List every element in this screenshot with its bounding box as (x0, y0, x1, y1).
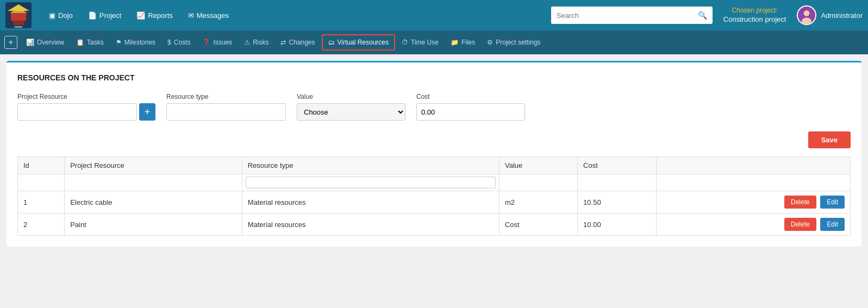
issues-icon: ❓ (202, 39, 210, 46)
resource-type-input[interactable] (166, 103, 286, 121)
project-resource-input-group: + (17, 103, 155, 121)
resource-type-filter-input[interactable] (246, 177, 496, 188)
nav-risks[interactable]: ⚠ Risks (239, 35, 274, 49)
nav-dojo[interactable]: ▣ Dojo (42, 8, 79, 23)
row2-id: 2 (18, 213, 65, 236)
chosen-project: Chosen project: Construction project (723, 6, 786, 25)
cost-label: Cost (416, 93, 525, 100)
project-resource-add-button[interactable]: + (139, 103, 155, 121)
col-id: Id (18, 157, 65, 174)
milestones-icon: ⚑ (116, 39, 122, 46)
nav-changes[interactable]: ⇄ Changes (275, 35, 320, 49)
search-button[interactable]: 🔍 (692, 11, 713, 20)
nav-project-settings[interactable]: ⚙ Project settings (482, 35, 546, 49)
value-select[interactable]: Choose m2 Cost hours (297, 103, 405, 121)
chosen-project-label: Chosen project: (723, 6, 786, 15)
row1-value: m2 (499, 191, 577, 213)
second-navigation: + 📊 Overview 📋 Tasks ⚑ Milestones $ Cost… (0, 30, 868, 54)
row1-cost: 10.50 (578, 191, 657, 213)
project-icon: 📄 (88, 11, 97, 20)
col-resource-type: Resource type (242, 157, 499, 174)
col-project-resource: Project Resource (65, 157, 242, 174)
save-button[interactable]: Save (808, 131, 851, 148)
search-area: 🔍 (551, 7, 713, 24)
reports-icon: 📈 (136, 11, 145, 20)
row2-resource-type: Material resources (242, 213, 499, 236)
value-group: Value Choose m2 Cost hours (297, 93, 405, 121)
main-nav-links: ▣ Dojo 📄 Project 📈 Reports ✉ Messages (42, 8, 546, 23)
dojo-icon: ▣ (49, 11, 55, 20)
nav-milestones[interactable]: ⚑ Milestones (110, 35, 161, 49)
tasks-icon: 📋 (76, 39, 84, 46)
main-content: RESOURCES ON THE PROJECT Project Resourc… (7, 61, 861, 247)
changes-icon: ⇄ (280, 39, 286, 46)
row2-delete-button[interactable]: Delete (784, 218, 816, 231)
top-navigation: KENDO ▣ Dojo 📄 Project 📈 Reports ✉ Messa… (0, 0, 868, 30)
filter-id-cell (18, 174, 65, 191)
avatar (797, 5, 816, 25)
logo: KENDO (5, 2, 32, 28)
row2-edit-button[interactable]: Edit (820, 218, 845, 231)
costs-icon: $ (167, 39, 171, 46)
row1-actions: Delete Edit (656, 191, 850, 213)
nav-tasks[interactable]: 📋 Tasks (71, 35, 109, 49)
row2-value: Cost (499, 213, 577, 236)
resource-form: Project Resource + Resource type Value C… (17, 93, 851, 121)
svg-point-7 (804, 10, 810, 16)
row1-project-resource: Electric cable (65, 191, 242, 213)
filter-resource-type-cell (242, 174, 499, 191)
project-resource-input[interactable] (17, 103, 137, 121)
nav-messages[interactable]: ✉ Messages (182, 8, 235, 23)
user-area: Administrator (797, 5, 863, 25)
col-cost: Cost (578, 157, 657, 174)
filter-actions-cell (656, 174, 850, 191)
user-name: Administrator (821, 11, 863, 20)
risks-icon: ⚠ (244, 39, 250, 46)
row2-project-resource: Paint (65, 213, 242, 236)
project-resource-label: Project Resource (17, 93, 155, 100)
row1-id: 1 (18, 191, 65, 213)
row1-resource-type: Material resources (242, 191, 499, 213)
project-settings-icon: ⚙ (487, 39, 493, 46)
search-input[interactable] (551, 7, 692, 24)
table-filter-row (18, 174, 851, 191)
value-label: Value (297, 93, 405, 100)
nav-time-use[interactable]: ⏱ Time Use (396, 35, 444, 49)
files-icon: 📁 (451, 39, 459, 46)
resource-type-label: Resource type (166, 93, 286, 100)
table-header-row: Id Project Resource Resource type Value … (18, 157, 851, 174)
resource-type-group: Resource type (166, 93, 286, 121)
time-use-icon: ⏱ (402, 39, 408, 46)
nav-virtual-resources[interactable]: 🗂 Virtual Resources (322, 34, 396, 51)
table-row: 1 Electric cable Material resources m2 1… (18, 191, 851, 213)
nav-issues[interactable]: ❓ Issues (197, 35, 238, 49)
nav-costs[interactable]: $ Costs (162, 35, 196, 49)
resources-table: Id Project Resource Resource type Value … (17, 156, 851, 236)
svg-text:KENDO: KENDO (15, 26, 22, 28)
messages-icon: ✉ (188, 11, 194, 20)
filter-value-cell (499, 174, 577, 191)
svg-rect-3 (11, 13, 26, 21)
row1-edit-button[interactable]: Edit (820, 196, 845, 209)
nav-project[interactable]: 📄 Project (82, 8, 128, 23)
col-actions (656, 157, 850, 174)
col-value: Value (499, 157, 577, 174)
cost-input[interactable] (416, 103, 525, 121)
add-nav-button[interactable]: + (4, 36, 17, 49)
row1-delete-button[interactable]: Delete (784, 196, 816, 209)
section-title: RESOURCES ON THE PROJECT (17, 73, 851, 82)
filter-cost-cell (578, 174, 657, 191)
row2-actions: Delete Edit (656, 213, 850, 236)
nav-reports[interactable]: 📈 Reports (130, 8, 179, 23)
row2-cost: 10.00 (578, 213, 657, 236)
chosen-project-name: Construction project (723, 15, 786, 24)
nav-overview[interactable]: 📊 Overview (21, 35, 70, 49)
virtual-resources-icon: 🗂 (328, 39, 335, 46)
save-row: Save (17, 131, 851, 148)
project-resource-group: Project Resource + (17, 93, 155, 121)
cost-group: Cost (416, 93, 525, 121)
svg-point-8 (802, 17, 812, 24)
filter-project-resource-cell (65, 174, 242, 191)
overview-icon: 📊 (26, 39, 34, 46)
nav-files[interactable]: 📁 Files (445, 35, 480, 49)
